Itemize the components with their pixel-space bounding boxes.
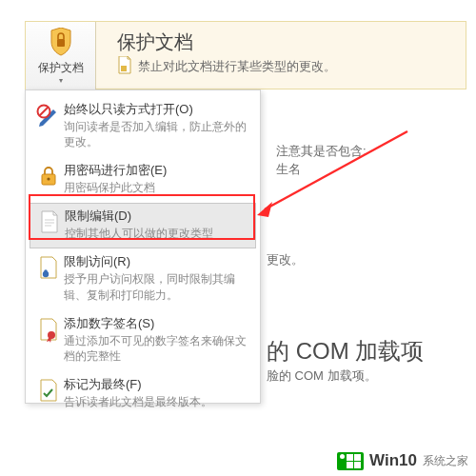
menu-item-signature[interactable]: 添加数字签名(S) 通过添加不可见的数字签名来确保文档的完整性 xyxy=(26,310,260,371)
svg-point-11 xyxy=(48,331,55,339)
menu-item-desc: 询问读者是否加入编辑，防止意外的更改。 xyxy=(64,119,252,149)
svg-point-10 xyxy=(44,270,48,274)
menu-item-title: 添加数字签名(S) xyxy=(64,316,252,332)
pencil-prohibit-icon xyxy=(33,102,64,149)
document-restrict-icon xyxy=(34,208,65,241)
menu-item-restrict-edit[interactable]: 限制编辑(D) 控制其他人可以做的更改类型 xyxy=(30,203,256,248)
menu-item-encrypt[interactable]: 用密码进行加密(E) 用密码保护此文档 xyxy=(26,157,260,203)
document-person-icon xyxy=(33,254,64,302)
menu-item-title: 标记为最终(F) xyxy=(64,377,252,393)
watermark: Win10 系统之家 xyxy=(337,451,468,470)
bg-big-text: 的 COM 加载项 xyxy=(267,336,424,367)
protect-document-banner: 保护文档 ▾ 保护文档 禁止对此文档进行某些类型的更改。 xyxy=(25,21,466,89)
menu-item-title: 始终以只读方式打开(O) xyxy=(64,102,252,118)
protect-document-menu: 始终以只读方式打开(O) 询问读者是否加入编辑，防止意外的更改。 用密码进行加密… xyxy=(25,89,261,404)
svg-rect-1 xyxy=(121,66,127,71)
watermark-sub: 系统之家 xyxy=(423,453,468,469)
banner-desc: 禁止对此文档进行某些类型的更改。 xyxy=(138,58,336,75)
svg-line-3 xyxy=(40,108,49,116)
menu-item-title: 用密码进行加密(E) xyxy=(64,163,252,179)
menu-item-desc: 用密码保护此文档 xyxy=(64,180,252,195)
menu-item-desc: 控制其他人可以做的更改类型 xyxy=(65,226,251,241)
lock-icon xyxy=(33,163,64,195)
menu-item-desc: 授予用户访问权限，同时限制其编辑、复制和打印能力。 xyxy=(64,271,252,302)
protect-document-button[interactable]: 保护文档 ▾ xyxy=(26,22,96,90)
banner-title: 保护文档 xyxy=(117,30,193,55)
svg-rect-0 xyxy=(57,39,65,47)
menu-item-desc: 告诉读者此文档是最终版本。 xyxy=(64,394,252,409)
brand-logo-icon xyxy=(337,452,364,470)
ribbon-icon xyxy=(33,316,64,364)
protect-document-button-label: 保护文档 xyxy=(38,60,84,76)
svg-point-5 xyxy=(47,178,50,181)
bg-text-line2: 生名 xyxy=(276,161,301,178)
document-check-icon xyxy=(33,377,64,409)
shield-lock-icon xyxy=(49,28,73,56)
menu-item-final[interactable]: 标记为最终(F) 告诉读者此文档是最终版本。 xyxy=(26,371,260,417)
bg-text-line4: 脸的 COM 加载项。 xyxy=(267,367,377,385)
bg-text-line3: 更改。 xyxy=(267,251,304,268)
bg-text-line1: 注意其是否包含: xyxy=(276,143,367,160)
menu-item-desc: 通过添加不可见的数字签名来确保文档的完整性 xyxy=(64,333,252,364)
menu-item-title: 限制编辑(D) xyxy=(65,208,251,225)
menu-item-title: 限制访问(R) xyxy=(64,254,252,270)
watermark-brand: Win10 xyxy=(369,451,417,470)
menu-item-readonly[interactable]: 始终以只读方式打开(O) 询问读者是否加入编辑，防止意外的更改。 xyxy=(26,96,260,157)
chevron-down-icon: ▾ xyxy=(59,76,63,85)
menu-item-restrict-access[interactable]: 限制访问(R) 授予用户访问权限，同时限制其编辑、复制和打印能力。 xyxy=(26,248,260,309)
document-icon xyxy=(117,56,132,75)
